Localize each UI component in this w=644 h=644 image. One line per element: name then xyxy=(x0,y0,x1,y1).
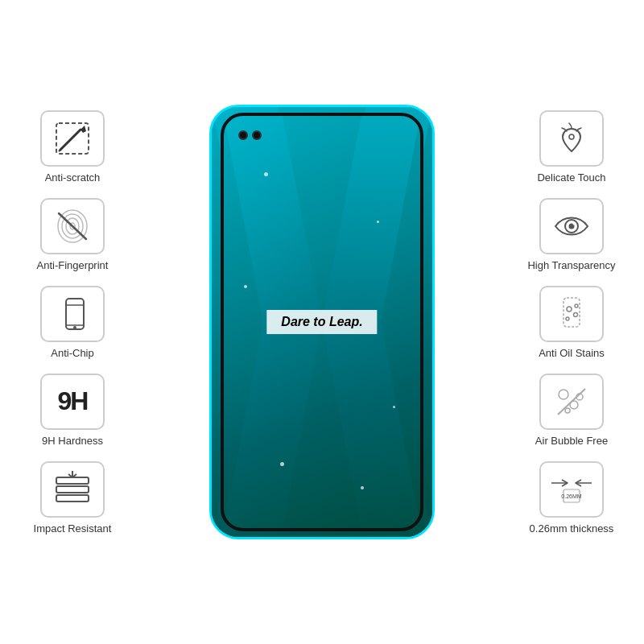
svg-point-30 xyxy=(565,408,570,413)
phone-corner-icon xyxy=(52,295,93,333)
bubble-icon xyxy=(551,382,592,421)
feature-high-transparency: High Transparency xyxy=(527,198,615,271)
svg-point-20 xyxy=(573,222,576,225)
anti-oil-label: Anti Oil Stains xyxy=(539,347,605,359)
svg-line-3 xyxy=(59,150,60,151)
left-features-column: Anti-scratch Anti-Fingerprint xyxy=(8,110,137,535)
anti-scratch-label: Anti-scratch xyxy=(45,171,101,184)
svg-point-25 xyxy=(575,304,578,308)
bubble-icon-box xyxy=(539,374,604,430)
feature-anti-fingerprint: Anti-Fingerprint xyxy=(37,198,109,271)
svg-point-12 xyxy=(73,326,76,329)
high-transparency-label: High Transparency xyxy=(527,259,615,271)
oil-icon xyxy=(551,295,592,333)
glass-screen: Dare to Leap. xyxy=(224,116,420,528)
svg-rect-15 xyxy=(56,495,89,502)
svg-line-1 xyxy=(60,130,80,150)
thickness-label: 0.26mm thickness xyxy=(530,522,614,535)
svg-line-8 xyxy=(59,213,86,239)
svg-marker-2 xyxy=(80,126,86,133)
svg-point-27 xyxy=(559,390,568,399)
phone-wrapper: Dare to Leap. xyxy=(209,105,435,539)
main-layout: Anti-scratch Anti-Fingerprint xyxy=(0,0,644,644)
phone-center: Dare to Leap. xyxy=(137,105,507,539)
sparkle xyxy=(280,462,284,466)
sparkle xyxy=(264,172,268,176)
svg-rect-13 xyxy=(56,477,89,484)
anti-chip-icon-box xyxy=(40,286,105,342)
thickness-icon: 0.26MM xyxy=(547,472,596,507)
sparkle xyxy=(244,285,247,288)
anti-fingerprint-icon-box xyxy=(40,198,105,254)
sparkle xyxy=(361,486,364,489)
touch-icon xyxy=(551,119,592,158)
oil-icon-box xyxy=(539,286,604,342)
impact-icon-box xyxy=(40,461,105,518)
svg-text:0.26MM: 0.26MM xyxy=(561,493,581,499)
anti-fingerprint-label: Anti-Fingerprint xyxy=(37,259,109,271)
feature-9h-hardness: 9H 9H Hardness xyxy=(40,374,105,447)
delicate-touch-label: Delicate Touch xyxy=(537,171,605,184)
feature-anti-chip: Anti-Chip xyxy=(40,286,105,359)
svg-point-24 xyxy=(566,317,569,320)
9h-hardness-label: 9H Hardness xyxy=(42,435,103,447)
dare-to-leap-text: Dare to Leap. xyxy=(266,310,377,334)
camera-hole xyxy=(238,130,262,140)
camera-lens-1 xyxy=(238,130,248,140)
feature-anti-oil: Anti Oil Stains xyxy=(539,286,605,359)
impact-icon xyxy=(50,469,95,510)
camera-lens-2 xyxy=(252,130,262,140)
hardness-icon-box: 9H xyxy=(40,374,105,430)
right-features-column: Delicate Touch High Transparency xyxy=(507,110,636,535)
9h-text: 9H xyxy=(58,386,88,416)
feature-thickness: 0.26MM 0.26mm thickness xyxy=(530,461,614,535)
sparkle xyxy=(393,406,395,408)
air-bubble-label: Air Bubble Free xyxy=(535,435,608,447)
feature-anti-scratch: Anti-scratch xyxy=(40,110,105,184)
eye-icon-box xyxy=(539,198,604,254)
svg-point-28 xyxy=(570,401,578,409)
svg-rect-21 xyxy=(564,298,580,327)
svg-rect-14 xyxy=(56,486,89,493)
thickness-icon-box: 0.26MM xyxy=(539,461,604,518)
eye-icon xyxy=(551,207,592,246)
pen-icon xyxy=(52,119,93,158)
touch-icon-box xyxy=(539,110,604,167)
impact-resistant-label: Impact Resistant xyxy=(34,522,112,535)
feature-air-bubble: Air Bubble Free xyxy=(535,374,608,447)
feature-impact-resistant: Impact Resistant xyxy=(34,461,112,535)
svg-point-17 xyxy=(569,134,574,139)
svg-point-23 xyxy=(574,312,578,316)
svg-point-22 xyxy=(567,307,572,312)
anti-chip-label: Anti-Chip xyxy=(51,347,93,359)
feature-delicate-touch: Delicate Touch xyxy=(537,110,605,184)
glass-overlay: Dare to Leap. xyxy=(221,113,423,531)
sparkle xyxy=(377,221,379,223)
fingerprint-icon xyxy=(52,207,93,246)
anti-scratch-icon-box xyxy=(40,110,105,167)
